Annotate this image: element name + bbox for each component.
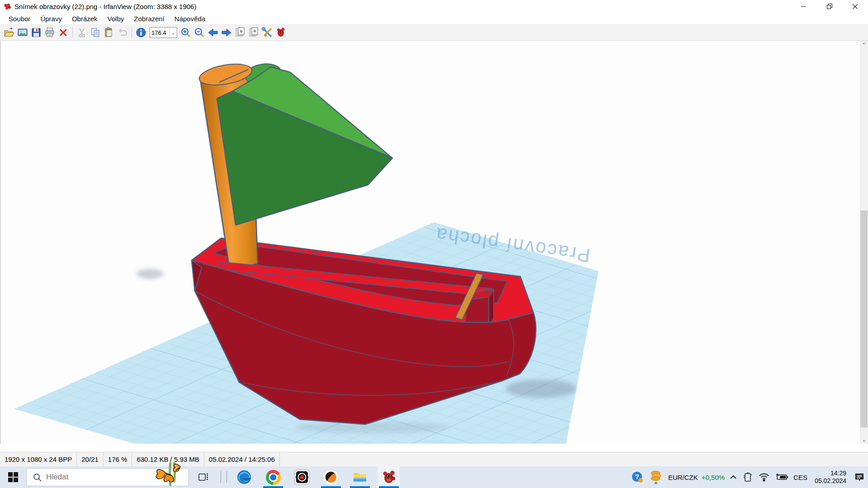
zoom-out-button[interactable] [193,26,206,39]
running-indicator [350,486,370,488]
close-button[interactable] [842,0,868,13]
irfanview-app-icon [4,3,11,10]
running-indicator [321,486,341,488]
file-explorer-icon [352,469,368,485]
copy-button[interactable] [89,26,102,39]
scroll-up-arrow-icon[interactable]: ⌃ [860,41,868,49]
save-button[interactable] [29,26,43,39]
last-page-button[interactable] [247,26,260,39]
taskbar-divider [226,471,227,483]
image-canvas: Pracovní plocha [1,41,861,444]
taskbar: 64 ? EUR/CZK +0,50 [0,466,868,488]
status-file-datetime: 05.02.2024 / 14:25:06 [204,452,280,466]
battery-icon[interactable] [773,466,792,488]
taskbar-search-box[interactable] [26,468,189,486]
taskbar-app-chrome[interactable] [262,466,284,488]
running-indicator [263,486,283,488]
slideshow-button[interactable] [16,26,29,39]
currency-coins-icon[interactable] [646,466,666,488]
phone-link-icon[interactable] [740,466,755,488]
clock-time: 14:29 [815,469,846,477]
status-file-index: 20/21 [77,452,104,466]
start-button[interactable] [0,466,26,488]
taskbar-app-file-explorer[interactable] [349,466,371,488]
open-file-button[interactable] [2,26,16,39]
svg-text:64: 64 [387,479,391,482]
hidden-icons-chevron-icon[interactable] [726,466,740,488]
help-notifier-icon[interactable]: ? [628,466,646,488]
svg-text:?: ? [635,473,639,480]
scroll-down-arrow-icon[interactable]: ⌄ [860,436,868,444]
search-input[interactable] [46,473,137,482]
image-viewer-area: Pracovní plocha [0,41,868,444]
menu-soubor[interactable]: Soubor [4,13,35,24]
previous-image-button[interactable] [206,26,220,39]
minimize-button[interactable] [791,0,816,13]
menu-zobrazeni[interactable]: Zobrazení [129,13,170,24]
irfanview-mascot-icon: 64 [381,469,396,485]
ev3-icon [294,469,310,485]
vertical-scroll-thumb[interactable] [860,211,868,427]
menu-upravy[interactable]: Úpravy [35,13,67,24]
windows-logo-icon [8,472,18,482]
next-image-button[interactable] [220,26,233,39]
tools-settings-button[interactable] [260,26,274,39]
info-button[interactable] [134,26,148,39]
taskbar-app-edge[interactable] [233,466,255,488]
task-view-button[interactable] [193,466,214,488]
vertical-scrollbar[interactable]: ⌃ ⌄ [860,41,868,444]
taskbar-app-ev3[interactable] [291,466,313,488]
language-indicator[interactable]: CES [792,474,809,481]
taskbar-clock[interactable]: 14:29 05.02.2024 [809,469,851,485]
menu-obrazek[interactable]: Obrázek [67,13,103,24]
zoom-in-button[interactable] [179,26,193,39]
menu-volby[interactable]: Volby [103,13,129,24]
taskbar-app-orange-black-circle[interactable] [320,466,342,488]
delete-button[interactable] [57,26,70,39]
currency-pair-label[interactable]: EUR/CZK [666,474,700,481]
search-icon [33,473,42,482]
toolbar-separator [72,27,73,38]
wifi-icon[interactable] [755,466,773,488]
currency-change-label[interactable]: +0,50% [700,474,726,481]
butterfly-graphic [152,462,188,486]
irfanview-about-mascot-icon[interactable] [274,26,288,39]
taskbar-app-irfanview[interactable]: 64 [378,466,400,488]
toolbar-separator [132,27,132,38]
undo-button[interactable] [116,26,129,39]
menu-napoveda[interactable]: Nápověda [170,13,210,24]
system-tray: ? EUR/CZK +0,50% [628,466,868,488]
status-bar: 868 x 488 x 24 BPP 20/21 176 % 630.12 … [0,452,868,466]
paste-button[interactable] [102,26,116,39]
running-indicator [379,486,399,488]
status-zoom-percent: 176 % [104,452,132,466]
zoom-value-input[interactable] [150,28,169,38]
edge-icon [236,469,252,485]
status-image-dimensions: 868 x 488 x 24 BPP [0,452,77,466]
task-view-icon [198,472,209,483]
window-title: Snímek obrazovky (22).png - IrfanView (Z… [14,3,196,10]
title-bar: Snímek obrazovky (22).png - IrfanView (Z… [0,0,868,13]
first-page-button[interactable] [233,26,247,39]
print-button[interactable] [43,26,57,39]
restore-button[interactable] [816,0,842,13]
zoom-dropdown-arrow-icon[interactable]: ⌄ [169,28,177,38]
cut-button[interactable] [75,26,89,39]
clock-date: 05.02.2024 [815,477,846,485]
irfanview-window: Snímek obrazovky (22).png - IrfanView (Z… [0,0,868,488]
zoom-combobox[interactable]: ⌄ [150,27,177,38]
notification-center-icon[interactable] [851,466,868,488]
taskbar-divider [221,471,221,483]
menu-bar: Soubor Úpravy Obrázek Volby Zobrazení Ná… [0,13,868,25]
chrome-icon [266,470,281,485]
orange-black-circle-icon [323,469,339,485]
toolbar: ⌄ [0,25,868,41]
